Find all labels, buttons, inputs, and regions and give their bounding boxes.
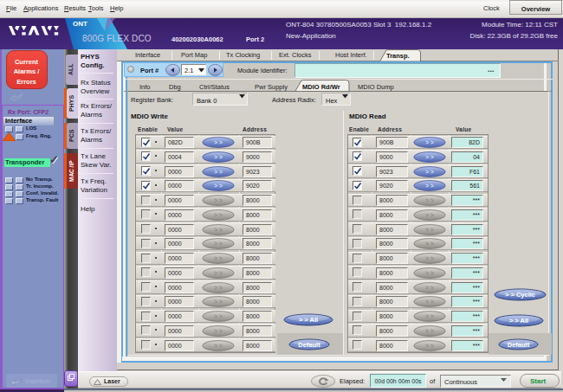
svg-text:> >: > > [214, 328, 223, 334]
svg-text:> >: > > [425, 139, 434, 145]
svg-text:> >: > > [214, 299, 223, 305]
svg-text:> >: > > [214, 226, 223, 232]
svg-text:> >: > > [214, 197, 223, 203]
svg-text:> > Cyclic: > > Cyclic [505, 291, 535, 299]
svg-text:> >: > > [425, 168, 434, 174]
svg-text:> >: > > [425, 183, 434, 189]
svg-text:> >: > > [425, 270, 434, 276]
svg-text:> >: > > [425, 299, 434, 305]
svg-text:> >: > > [214, 168, 223, 174]
svg-text:> >: > > [425, 154, 434, 160]
svg-text:> >: > > [214, 313, 223, 319]
svg-text:> >: > > [425, 328, 434, 334]
svg-text:> >: > > [214, 154, 223, 160]
svg-text:> >: > > [425, 226, 434, 232]
svg-text:> >: > > [425, 284, 434, 290]
svg-text:> >: > > [425, 313, 434, 319]
svg-text:> >: > > [214, 270, 223, 276]
svg-text:> >: > > [425, 241, 434, 247]
svg-text:Default: Default [508, 341, 530, 349]
svg-text:> >: > > [214, 183, 223, 189]
svg-text:> > All: > > All [299, 316, 318, 324]
svg-text:> >: > > [214, 241, 223, 247]
svg-text:> >: > > [214, 212, 223, 218]
svg-text:> >: > > [425, 212, 434, 218]
svg-text:> >: > > [214, 342, 223, 348]
svg-text:> >: > > [214, 255, 223, 261]
svg-text:> >: > > [425, 342, 434, 348]
svg-text:Default: Default [298, 341, 320, 349]
svg-text:> >: > > [214, 139, 223, 145]
svg-text:> > All: > > All [509, 317, 528, 325]
svg-text:> >: > > [425, 255, 434, 261]
svg-text:> >: > > [425, 197, 434, 203]
svg-text:> >: > > [214, 284, 223, 290]
